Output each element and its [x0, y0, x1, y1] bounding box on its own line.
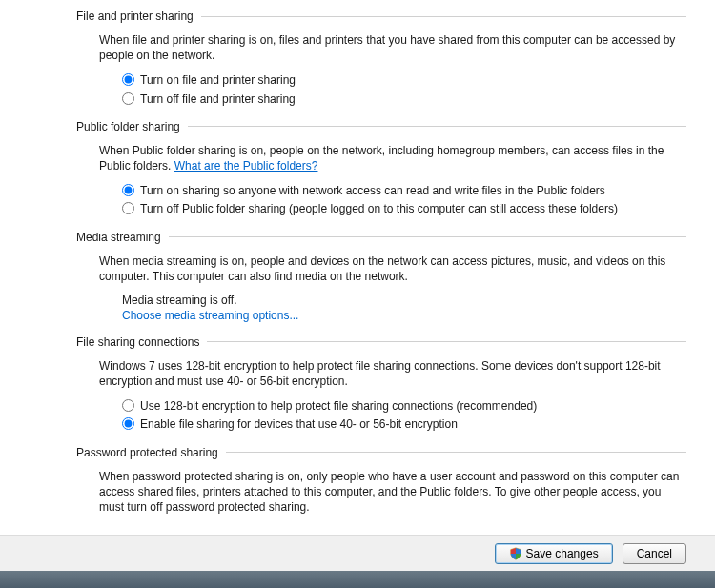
save-changes-button[interactable]: Save changes: [495, 543, 613, 564]
section-media-streaming: Media streaming When media streaming is …: [0, 231, 715, 322]
section-description: When file and printer sharing is on, fil…: [99, 32, 686, 63]
radio-public-folder-on[interactable]: [122, 184, 134, 196]
radio-label[interactable]: Turn off Public folder sharing (people l…: [140, 201, 686, 216]
radio-label[interactable]: Enable file sharing for devices that use…: [140, 416, 686, 432]
section-description: When password protected sharing is on, o…: [99, 469, 686, 516]
divider: [201, 16, 686, 17]
button-label: Cancel: [637, 547, 672, 560]
radio-label[interactable]: Turn on file and printer sharing: [140, 72, 686, 88]
section-file-sharing-connections: File sharing connections Windows 7 uses …: [0, 335, 715, 433]
section-title: Media streaming: [76, 231, 169, 244]
window-edge: [0, 571, 715, 588]
uac-shield-icon: [509, 547, 522, 560]
section-password-protected-sharing: Password protected sharing When password…: [0, 446, 715, 516]
media-streaming-options-link[interactable]: Choose media streaming options...: [122, 309, 298, 322]
radio-encryption-128[interactable]: [122, 399, 134, 412]
section-file-printer-sharing: File and printer sharing When file and p…: [0, 10, 715, 107]
section-title: Public folder sharing: [76, 120, 188, 133]
dialog-footer: Save changes Cancel: [0, 535, 715, 571]
radio-label[interactable]: Turn on sharing so anyone with network a…: [140, 183, 686, 198]
radio-file-printer-off[interactable]: [122, 92, 134, 105]
section-public-folder-sharing: Public folder sharing When Public folder…: [0, 120, 715, 217]
radio-file-printer-on[interactable]: [122, 73, 134, 86]
divider: [188, 126, 686, 127]
public-folders-help-link[interactable]: What are the Public folders?: [174, 159, 318, 172]
section-title: File and printer sharing: [76, 10, 201, 23]
radio-encryption-4056[interactable]: [122, 417, 134, 430]
radio-public-folder-off[interactable]: [122, 202, 134, 214]
radio-label[interactable]: Use 128-bit encryption to help protect f…: [140, 398, 686, 414]
section-title: File sharing connections: [76, 335, 207, 349]
settings-panel: File and printer sharing When file and p…: [0, 0, 715, 546]
section-description: When Public folder sharing is on, people…: [99, 143, 686, 173]
radio-label[interactable]: Turn off file and printer sharing: [140, 91, 686, 107]
section-title: Password protected sharing: [76, 446, 226, 459]
button-label: Save changes: [526, 547, 599, 560]
section-description: When media streaming is on, people and d…: [99, 253, 686, 284]
media-streaming-status: Media streaming is off.: [99, 294, 686, 307]
divider: [169, 236, 686, 237]
cancel-button[interactable]: Cancel: [623, 543, 686, 564]
section-description: Windows 7 uses 128-bit encryption to hel…: [99, 358, 686, 389]
divider: [207, 341, 686, 342]
divider: [226, 452, 686, 453]
